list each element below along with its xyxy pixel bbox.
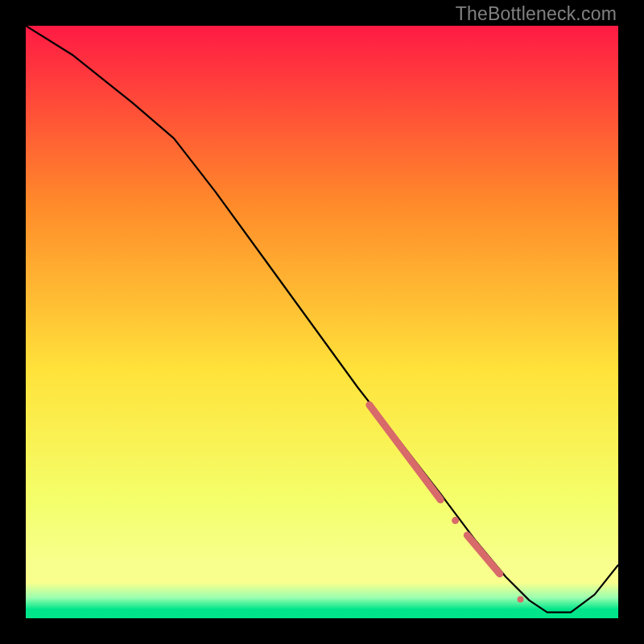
watermark-label: TheBottleneck.com: [456, 3, 617, 25]
data-curve: [26, 26, 618, 613]
segment-a: [369, 405, 440, 500]
dot-a: [452, 517, 459, 524]
marker-group: [369, 405, 524, 602]
plot-area: [26, 26, 618, 618]
curve-layer: [26, 26, 618, 618]
chart-frame: TheBottleneck.com: [0, 0, 644, 644]
dot-b: [518, 596, 524, 602]
segment-b: [467, 535, 499, 574]
